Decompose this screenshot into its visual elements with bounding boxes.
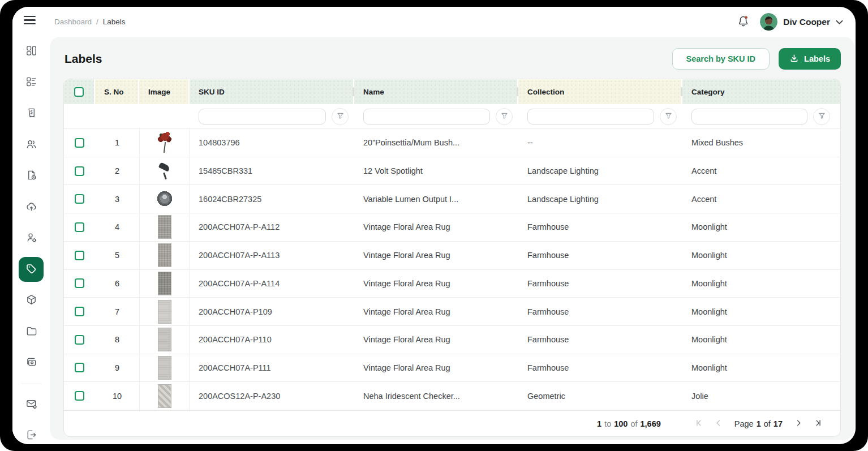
row-select-cell [64,213,95,241]
user-name: Div Cooper [783,17,830,27]
sidebar-item-media[interactable] [19,350,44,375]
select-all-checkbox[interactable] [74,87,84,97]
name-cell: Neha Iridescent Checker... [354,382,518,410]
chevron-left-icon [714,419,723,429]
row-select-cell [64,270,95,298]
name-filter-button[interactable] [496,108,513,125]
table-body: 1 104803796 20”Poinsettia/Mum Bush... --… [64,129,840,410]
sku-cell: 200ACCH07A-P111 [190,354,354,382]
sidebar-item-user-settings[interactable] [19,226,44,251]
users-icon [25,138,37,152]
sidebar: $ [12,7,50,444]
table-row[interactable]: 2 15485CBR331 12 Volt Spotlight Landscap… [64,157,840,186]
table-filter-row [64,104,840,129]
chevron-down-icon [836,17,843,27]
first-page-button[interactable] [694,418,704,430]
topbar: Dashboard / Labels Div Cooper [50,7,856,37]
user-menu[interactable]: Div Cooper [760,13,843,31]
collection-cell: -- [518,129,682,157]
category-filter-button[interactable] [813,108,830,125]
breadcrumb-current: Labels [103,18,126,26]
sidebar-item-reports[interactable] [19,164,44,188]
table-header-row: S. No Image SKU ID Name Collection Categ… [64,79,840,104]
product-image [158,215,171,239]
funnel-icon [664,111,673,122]
name-cell: 12 Volt Spotlight [354,157,518,185]
select-all-cell [64,79,95,104]
row-checkbox[interactable] [75,335,84,345]
sno-cell: 3 [95,185,139,213]
table-row[interactable]: 6 200ACCH07A-P-A114 Vintage Floral Area … [64,270,840,298]
table-footer: 1 to 100 of 1,669 Page 1 [64,410,840,436]
row-select-cell [64,157,95,185]
name-cell: Vintage Floral Area Rug [354,213,518,241]
row-checkbox[interactable] [75,222,84,232]
table-row[interactable]: 3 16024CBR27325 Variable Lumen Output I.… [64,185,840,213]
menu-toggle-button[interactable] [24,16,38,24]
prev-page-button[interactable] [713,418,724,430]
funnel-icon [818,111,826,122]
table-row[interactable]: 8 200ACCH07A-P110 Vintage Floral Area Ru… [64,326,840,354]
table-row[interactable]: 7 200ACCH07A-P109 Vintage Floral Area Ru… [64,298,840,326]
row-checkbox[interactable] [75,166,84,176]
sidebar-item-files[interactable] [19,319,44,344]
notifications-button[interactable] [737,15,750,29]
name-filter-input[interactable] [363,109,490,124]
column-header-category: Category [682,79,840,104]
row-checkbox[interactable] [75,391,84,401]
breadcrumb: Dashboard / Labels [54,18,126,26]
sidebar-item-dashboard[interactable] [19,39,44,64]
table-row[interactable]: 9 200ACCH07A-P111 Vintage Floral Area Ru… [64,354,840,383]
sku-filter-input[interactable] [199,109,326,124]
sno-cell: 10 [95,382,139,410]
product-image [158,243,171,267]
page-title: Labels [65,52,102,66]
svg-text:$: $ [30,109,33,115]
product-image [158,300,171,324]
image-cell [139,185,190,213]
sidebar-item-logout[interactable] [19,423,44,444]
breadcrumb-dashboard[interactable]: Dashboard [54,18,92,26]
sno-cell: 4 [95,213,139,241]
collection-cell: Farmhouse [518,242,682,269]
sno-cell: 6 [95,270,139,298]
last-page-button[interactable] [813,418,823,430]
search-by-sku-button[interactable]: Search by SKU ID [672,48,770,70]
device-frame: $ [0,0,868,451]
collection-filter-input[interactable] [527,109,654,124]
table-row[interactable]: 4 200ACCH07A-P-A112 Vintage Floral Area … [64,213,840,242]
row-checkbox[interactable] [75,138,84,148]
category-filter-input[interactable] [691,109,807,124]
sidebar-item-products[interactable] [19,288,44,313]
table-row[interactable]: 1 104803796 20”Poinsettia/Mum Bush... --… [64,129,840,157]
sku-cell: 200ACCH07A-P-A112 [190,213,354,241]
sno-cell: 8 [95,326,139,354]
product-image [158,384,171,408]
sidebar-item-customers[interactable] [19,132,44,157]
sidebar-nav: $ [19,39,44,444]
table-row[interactable]: 10 200ACOS12A-P-A230 Neha Iridescent Che… [64,382,840,410]
row-checkbox[interactable] [75,363,84,372]
table-row[interactable]: 5 200ACCH07A-P-A113 Vintage Floral Area … [64,242,840,270]
row-checkbox[interactable] [75,278,84,288]
product-image [158,328,171,351]
sidebar-item-mail-settings[interactable] [19,392,44,417]
row-checkbox[interactable] [75,251,84,260]
name-cell: Variable Lumen Output I... [354,185,518,213]
download-labels-button[interactable]: Labels [779,48,841,70]
row-checkbox[interactable] [75,307,84,316]
row-select-cell [64,242,95,269]
funnel-icon [500,111,509,122]
sidebar-item-labels[interactable] [19,257,44,282]
next-page-button[interactable] [793,418,804,430]
range-to: 100 [614,419,628,428]
sidebar-item-catalog[interactable] [19,70,44,95]
sku-filter-button[interactable] [332,108,349,125]
sku-cell: 104803796 [190,129,354,157]
sidebar-item-billing[interactable]: $ [19,101,44,126]
row-select-cell [64,354,95,382]
sku-cell: 16024CBR27325 [190,185,354,213]
sidebar-item-uploads[interactable] [19,195,44,220]
row-checkbox[interactable] [75,194,84,204]
collection-filter-button[interactable] [660,108,677,125]
